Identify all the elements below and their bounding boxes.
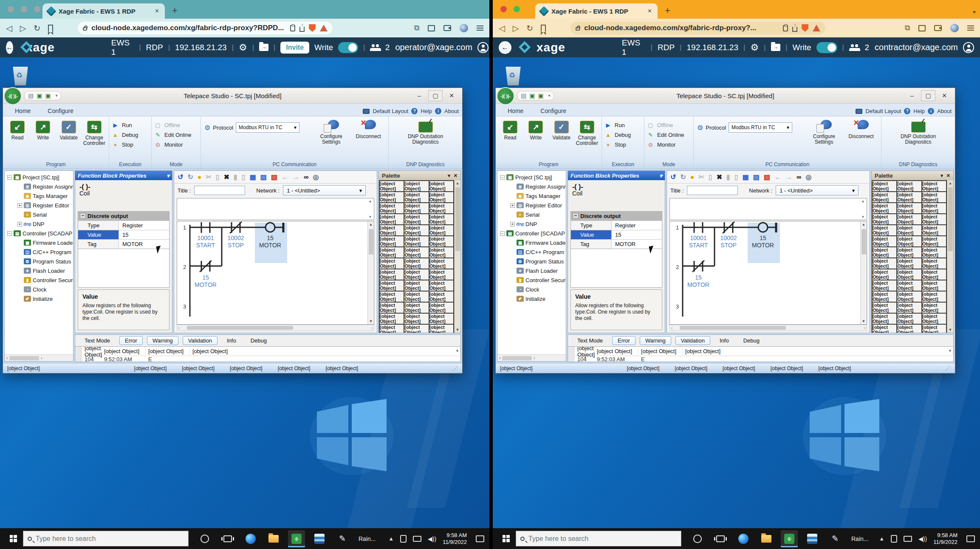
palette-header[interactable]: Palette ▾✕	[379, 171, 460, 180]
tree-hscrollbar[interactable]: ‹›	[5, 354, 73, 361]
tree-item[interactable]: ◔ Clock	[5, 285, 73, 294]
output-tab[interactable]: Error	[119, 336, 143, 345]
editor-toolbar-icon[interactable]: ▧	[764, 173, 770, 181]
task-view-button[interactable]	[219, 530, 236, 547]
output-tab[interactable]: Text Mode	[79, 337, 115, 345]
tray-volume-icon[interactable]: ◀))	[918, 535, 927, 542]
tree-item[interactable]: ▤ Controller [SCADAP	[5, 229, 73, 238]
ribbon-tab[interactable]: Home	[6, 106, 39, 116]
network-comment-box[interactable]: ▲▼	[177, 198, 374, 220]
bookmarks-icon[interactable]	[541, 25, 546, 32]
fbp-property-value[interactable]: 15	[119, 230, 169, 239]
share-icon[interactable]	[792, 27, 797, 32]
palette-cell[interactable]: [object Object]	[873, 280, 896, 291]
telepace-titlebar[interactable]: -|( )|- ▤▣▣ ▾ Telepace Studio - SC.tpj […	[496, 88, 955, 104]
palette-cell[interactable]: [object Object]	[429, 269, 453, 280]
tree-item[interactable]: ◈ Tags Manager	[5, 191, 73, 201]
tray-chevron-icon[interactable]: ▲	[388, 535, 394, 542]
rainmeter-label[interactable]: Rain...	[359, 535, 376, 542]
ribbon-large-button[interactable]: ⇆ Change Controller	[82, 119, 106, 146]
fbp-property-row[interactable]: Type Register	[78, 221, 169, 230]
extensions-puzzle-icon[interactable]: ⧉	[414, 24, 419, 32]
editor-toolbar-icon[interactable]: ▦	[250, 173, 256, 181]
palette-cell[interactable]: [object Object]	[897, 280, 921, 291]
traffic-light-button[interactable]	[514, 6, 520, 12]
tree-item[interactable]: ▮ Controller Security	[497, 275, 566, 285]
output-tab[interactable]: Warning	[640, 336, 671, 345]
palette-cell[interactable]: [object Object]	[922, 303, 946, 313]
telepace-titlebar[interactable]: -|( )|- ▤▣▣ ▾ Telepace Studio - SC.tpj […	[3, 88, 462, 104]
tree-expander[interactable]	[17, 203, 22, 208]
tree-item[interactable]: ◔ Clock	[497, 285, 566, 294]
ladder-canvas[interactable]: 1 2 3	[177, 221, 374, 325]
palette-cell[interactable]: [object Object]	[897, 203, 921, 213]
tab-close-icon[interactable]: ×	[154, 7, 160, 15]
editor-toolbar-icon[interactable]: →	[785, 173, 792, 181]
tray-display-icon[interactable]	[413, 536, 421, 542]
ribbon-small-button[interactable]: ▲ Debug	[112, 131, 138, 139]
dnp-outstation-diagnostics-button[interactable]: DNP Outstation Diagnostics	[400, 119, 451, 145]
default-layout-button[interactable]: Default Layout	[865, 108, 901, 114]
rainmeter-label[interactable]: Rain...	[851, 535, 868, 542]
editor-toolbar-icon[interactable]: ▮	[234, 173, 237, 181]
ribbon-small-button[interactable]: ✎ Edit Online	[647, 131, 684, 139]
tray-chevron-icon[interactable]: ▲	[879, 535, 884, 542]
telepace-taskbar-icon[interactable]: -||-	[288, 530, 305, 547]
tree-item[interactable]: ◫ C/C++ Program	[497, 247, 566, 257]
tree-item[interactable]: ▮ Controller Security	[5, 275, 73, 285]
log-row[interactable]: 104 9:52:03 AM E	[575, 356, 953, 362]
tree-item[interactable]: ≣ Register Assignment	[5, 182, 73, 191]
palette-cell[interactable]: [object Object]	[404, 203, 428, 213]
tree-item[interactable]: ◈ Tags Manager	[497, 191, 566, 201]
tray-display-icon[interactable]	[904, 536, 912, 542]
editor-toolbar-icon[interactable]: ▧	[271, 173, 277, 181]
log-row[interactable]: 104 9:52:03 AM E	[82, 356, 460, 362]
tree-expander[interactable]	[17, 222, 22, 226]
editor-toolbar-icon[interactable]: ●	[690, 173, 695, 181]
palette-cell[interactable]: [object Object]	[873, 314, 896, 324]
copy-url-icon[interactable]	[783, 25, 788, 31]
fbp-property-key[interactable]: Type	[78, 221, 119, 230]
disconnect-button[interactable]: Disconnect	[845, 119, 878, 139]
palette-cell[interactable]: [object Object]	[404, 314, 428, 324]
network-comment-box[interactable]: ▲▼	[669, 198, 867, 220]
protocol-dropdown[interactable]: Modbus RTU in TC▾	[236, 122, 299, 133]
editor-toolbar-icon[interactable]: ←	[774, 173, 781, 181]
tree-expander[interactable]	[7, 175, 12, 180]
pen-app-icon[interactable]: ✎	[334, 530, 351, 547]
palette-cell[interactable]: [object Object]	[897, 181, 921, 191]
back-button[interactable]: ◁	[6, 23, 12, 33]
palette-cell[interactable]: [object Object]	[380, 236, 404, 246]
editor-toolbar-icon[interactable]: ✖	[717, 173, 722, 181]
file-explorer-icon[interactable]	[758, 530, 775, 547]
palette-cell[interactable]: [object Object]	[429, 291, 453, 302]
edge-icon[interactable]	[242, 530, 259, 547]
maximize-button[interactable]: ▢	[921, 90, 935, 101]
editor-toolbar-icon[interactable]: ✖	[224, 173, 229, 181]
tree-item[interactable]: ✐ Initialize	[497, 294, 566, 303]
network-title-input[interactable]	[194, 186, 245, 195]
palette-cell[interactable]: [object Object]	[922, 247, 946, 258]
tabstrip-chevron-icon[interactable]: ▾	[973, 8, 976, 15]
close-button[interactable]: ✕	[937, 90, 952, 101]
editor-toolbar-icon[interactable]: ▨	[260, 173, 267, 181]
ribbon-large-button[interactable]: ↙ Read	[6, 119, 29, 141]
new-tab-button[interactable]: +	[665, 5, 670, 16]
editor-toolbar-icon[interactable]: ∞	[796, 173, 801, 181]
disconnect-button[interactable]: Disconnect	[352, 119, 385, 139]
editor-toolbar-icon[interactable]: ◎	[806, 173, 812, 181]
settings-gear-icon[interactable]: ⚙	[239, 42, 247, 53]
recycle-bin-icon[interactable]	[8, 63, 32, 88]
palette-cell[interactable]: [object Object]	[429, 181, 453, 191]
url-text[interactable]: cloud-node.xagedemo.com/xg/fabric-rdp-pr…	[91, 24, 286, 32]
fbp-property-row[interactable]: Tag MOTOR	[571, 239, 662, 249]
fbp-property-row[interactable]: Type Register	[571, 221, 662, 230]
wallet-icon[interactable]	[443, 25, 451, 31]
palette-dropdown-icon[interactable]: ▾	[448, 173, 450, 178]
back-button[interactable]: ◁	[499, 23, 505, 33]
palette-cell[interactable]: [object Object]	[922, 214, 946, 224]
log-column-header[interactable]: [object Object]	[683, 348, 953, 354]
editor-toolbar-icon[interactable]: ▯	[734, 173, 738, 181]
tree-expander[interactable]	[500, 231, 505, 236]
palette-cell[interactable]: [object Object]	[873, 291, 896, 302]
